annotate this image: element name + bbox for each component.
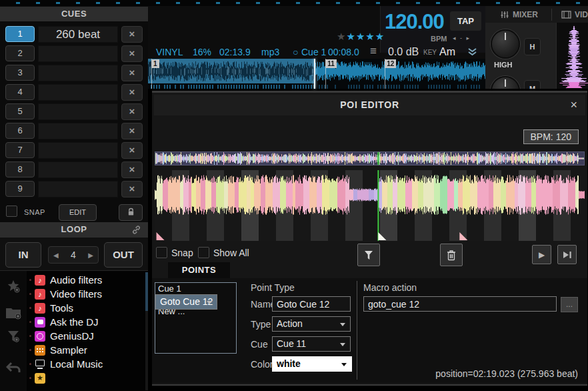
cue-clear-button[interactable]: ×: [121, 161, 143, 178]
browser-scrollbar[interactable]: [145, 272, 148, 390]
cue-clear-button[interactable]: ×: [121, 103, 143, 120]
edit-button[interactable]: EDIT: [59, 204, 97, 221]
cue-name[interactable]: Cue 1: [301, 47, 326, 57]
cue-pad-9[interactable]: 9: [5, 181, 35, 197]
cue-name-cell[interactable]: [38, 45, 118, 62]
cue-row: 7×: [0, 141, 148, 160]
rating-star[interactable]: ★: [356, 31, 365, 42]
high-kill-button[interactable]: H: [524, 38, 541, 55]
cue-pad-2[interactable]: 2: [5, 45, 35, 61]
macro-browse-button[interactable]: ...: [561, 297, 578, 312]
loop-decrease-icon[interactable]: ◀: [53, 252, 59, 259]
sidebar-item-geniusdj[interactable]: GeniusDJ: [28, 329, 143, 343]
cue-name-cell[interactable]: [38, 161, 118, 178]
cue-clear-button[interactable]: ×: [121, 181, 143, 198]
point-position-text: position=02:19.023 (275.963 beat): [435, 368, 578, 379]
deck-waveform-strip[interactable]: 11112: [148, 59, 485, 89]
loop-length-stepper[interactable]: ◀ 4 ▶: [48, 246, 99, 264]
point-cue-select[interactable]: Cue 11: [272, 336, 351, 352]
macro-action-input[interactable]: [363, 296, 557, 312]
fx-icon: ♪: [35, 275, 45, 286]
form-divider: [357, 281, 357, 380]
cue-name-cell[interactable]: [38, 123, 118, 139]
sidebar-item-audio-filters[interactable]: ♪Audio filters: [28, 273, 143, 287]
sidebar-item-tools[interactable]: ♪Tools: [28, 301, 143, 315]
cue-name-cell[interactable]: [38, 84, 118, 101]
cue-name-cell[interactable]: 260 beat: [38, 26, 118, 43]
cue-pad-1[interactable]: 1: [5, 26, 35, 42]
play-point-button[interactable]: ▶: [532, 245, 551, 264]
cue-name-cell[interactable]: [38, 65, 118, 81]
tab-video[interactable]: VID: [552, 10, 588, 19]
goto-point-button[interactable]: [557, 245, 577, 264]
cue-pad-8[interactable]: 8: [5, 161, 35, 177]
mode-indicator[interactable]: VINYL: [156, 47, 183, 57]
poi-overview-waveform[interactable]: [155, 151, 585, 165]
menu-icon[interactable]: ≡: [370, 45, 377, 58]
point-type-select[interactable]: Action: [272, 316, 351, 332]
mid-kill-button[interactable]: M: [524, 80, 541, 89]
cue-clear-button[interactable]: ×: [121, 84, 143, 101]
sidebar-item-video-filters[interactable]: ♪Video filters: [28, 287, 143, 301]
close-icon[interactable]: ×: [570, 95, 577, 115]
tab-points[interactable]: POINTS: [168, 262, 230, 278]
points-list[interactable]: Cue 1Goto Cue 12Cue 12New ...: [155, 282, 237, 354]
rating-star[interactable]: ★: [365, 31, 375, 42]
tab-mixer[interactable]: MIXER: [485, 10, 551, 19]
high-knob[interactable]: [491, 29, 520, 59]
favorite-add-button[interactable]: [3, 276, 23, 296]
cue-name-cell[interactable]: [38, 181, 118, 198]
time-elapsed[interactable]: 02:13.9: [219, 47, 251, 57]
cue-pad-3[interactable]: 3: [5, 65, 35, 81]
loop-increase-icon[interactable]: ▶: [88, 252, 93, 259]
filter-add-button[interactable]: [3, 326, 23, 346]
tap-button[interactable]: TAP: [450, 11, 481, 31]
video-icon: [561, 11, 571, 19]
scrollbar-thumb[interactable]: [145, 272, 148, 311]
key-value[interactable]: Am: [439, 46, 455, 58]
rating-star[interactable]: ★: [337, 31, 346, 42]
cue-clear-button[interactable]: ×: [121, 65, 143, 81]
point-list-item[interactable]: Goto Cue 12: [155, 294, 217, 310]
cue-pad-4[interactable]: 4: [5, 84, 35, 100]
poi-snap-checkbox[interactable]: [156, 247, 167, 258]
bpm-nudge-arrows[interactable]: ◂ - ▸: [453, 35, 471, 41]
cue-pad-7[interactable]: 7: [5, 142, 35, 158]
cue-marker-label[interactable]: 11: [325, 59, 337, 68]
cue-pad-6[interactable]: 6: [5, 123, 35, 139]
snap-checkbox[interactable]: [6, 206, 17, 217]
lock-button[interactable]: [119, 204, 143, 221]
cue-clear-button[interactable]: ×: [121, 26, 143, 43]
collapse-chevrons-icon[interactable]: [467, 47, 477, 58]
sidebar-item-label: Tools: [50, 302, 73, 314]
cue-clear-button[interactable]: ×: [121, 142, 143, 159]
loop-in-button[interactable]: IN: [5, 242, 41, 268]
cue-clear-button[interactable]: ×: [121, 45, 143, 62]
sidebar-item-favorites[interactable]: ★: [28, 371, 143, 385]
cue-marker-label[interactable]: 1: [151, 59, 159, 68]
back-button[interactable]: [3, 358, 23, 378]
point-name-input[interactable]: [272, 296, 351, 312]
rating-star[interactable]: ★: [375, 31, 385, 42]
poi-main-waveform[interactable]: [155, 170, 585, 241]
show-all-checkbox[interactable]: [198, 247, 209, 258]
folder-add-button[interactable]: [3, 303, 23, 323]
rating-star[interactable]: ★: [346, 31, 355, 42]
cue-clear-button[interactable]: ×: [121, 123, 143, 139]
delete-point-button[interactable]: [440, 244, 463, 266]
sidebar-item-sampler[interactable]: Sampler: [28, 343, 143, 357]
sidebar-item-ask-the-dj[interactable]: Ask the DJ: [28, 315, 143, 329]
point-color-select[interactable]: white: [272, 356, 352, 372]
cue-name-cell[interactable]: [38, 142, 118, 159]
point-list-item[interactable]: Cue 1: [155, 283, 236, 294]
cue-name-cell[interactable]: [38, 103, 118, 120]
poi-bpm-badge[interactable]: BPM: 120: [523, 129, 579, 144]
gain-value[interactable]: 0.0 dB: [388, 46, 419, 58]
filter-points-button[interactable]: [357, 244, 380, 266]
sidebar-item-local-music[interactable]: Local Music: [28, 357, 143, 371]
loop-out-button[interactable]: OUT: [104, 242, 143, 268]
mid-knob[interactable]: [491, 76, 520, 89]
cue-pad-5[interactable]: 5: [5, 103, 35, 119]
track-rating[interactable]: ★★★★★: [337, 31, 385, 43]
cue-marker-label[interactable]: 12: [385, 59, 396, 68]
